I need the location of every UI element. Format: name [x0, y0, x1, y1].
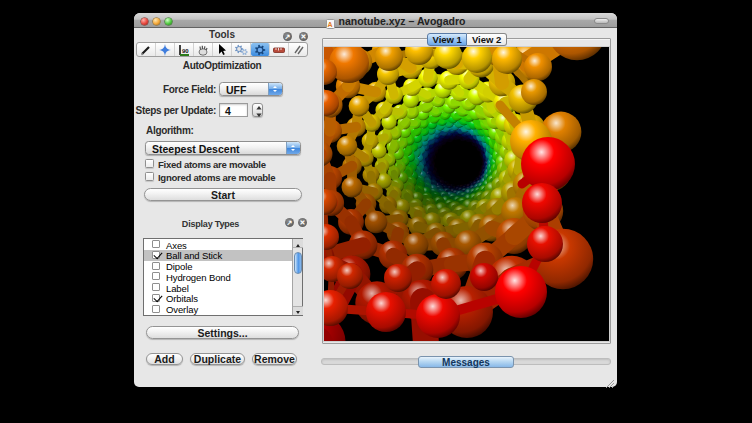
svg-text:90: 90	[182, 48, 189, 54]
